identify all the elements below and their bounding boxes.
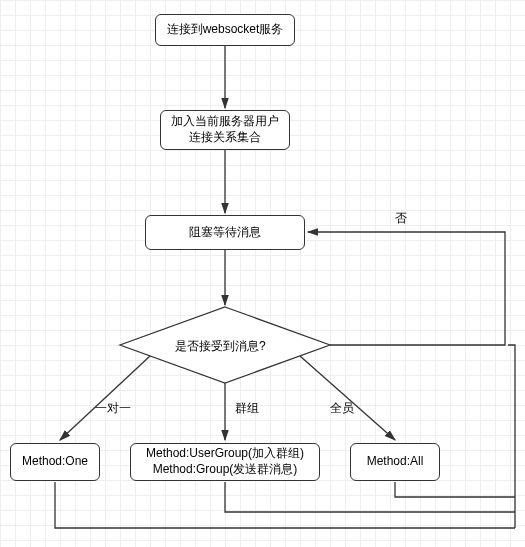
node-text: Method:UserGroup(加入群组) Method:Group(发送群消… <box>146 446 304 477</box>
node-text: 加入当前服务器用户 连接关系集合 <box>171 114 279 145</box>
edge-label-no: 否 <box>395 210 407 227</box>
edge-label-group: 群组 <box>235 400 259 417</box>
edge-d1-m1 <box>60 356 150 440</box>
node-wait-message: 阻塞等待消息 <box>145 215 305 250</box>
edge-d1-m3 <box>300 356 395 440</box>
node-text: 连接到websocket服务 <box>167 22 284 38</box>
edge-label-one: 一对一 <box>95 400 131 417</box>
edge-m1-out <box>55 482 515 528</box>
edge-m3-out <box>395 482 515 497</box>
line1: 加入当前服务器用户 <box>171 114 279 128</box>
decision-text: 是否接受到消息? <box>175 338 266 355</box>
node-method-all: Method:All <box>350 443 440 481</box>
node-text: Method:All <box>367 454 424 470</box>
edge-label-all: 全员 <box>330 400 354 417</box>
node-method-one: Method:One <box>10 443 100 481</box>
line2: Method:Group(发送群消息) <box>153 462 298 476</box>
node-text: Method:One <box>22 454 88 470</box>
node-connect-websocket: 连接到websocket服务 <box>155 14 295 46</box>
line1: Method:UserGroup(加入群组) <box>146 446 304 460</box>
line2: 连接关系集合 <box>189 130 261 144</box>
edge-merge-up <box>508 345 515 528</box>
node-join-collection: 加入当前服务器用户 连接关系集合 <box>160 110 290 150</box>
node-text: 阻塞等待消息 <box>189 225 261 241</box>
edge-no-back <box>308 232 505 345</box>
node-method-group: Method:UserGroup(加入群组) Method:Group(发送群消… <box>130 443 320 481</box>
decision-label: 是否接受到消息? <box>175 339 266 353</box>
